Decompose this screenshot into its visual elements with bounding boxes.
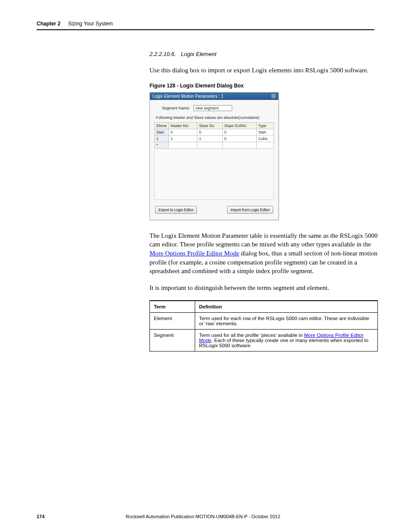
grid-row[interactable]: * bbox=[155, 142, 274, 148]
row-head: 1 bbox=[155, 135, 169, 142]
grid-row[interactable]: 1 1 1 0 Cubic bbox=[155, 135, 274, 142]
chapter-title: Sizing Your System bbox=[68, 21, 112, 27]
cell[interactable]: 0 bbox=[197, 129, 222, 135]
dialog-body: Segment Name: new segment Following Mast… bbox=[150, 100, 278, 220]
section-name: Logix Element bbox=[181, 51, 216, 57]
cell[interactable] bbox=[256, 142, 274, 148]
publication-info: Rockwell Automation Publication MOTION-U… bbox=[44, 514, 361, 519]
pin-icon[interactable] bbox=[271, 94, 276, 98]
p1-part-a: The Logix Element Motion Parameter table… bbox=[149, 232, 377, 248]
cell[interactable]: Start bbox=[256, 129, 274, 135]
segment-name-field[interactable]: new segment bbox=[193, 105, 232, 111]
segment-name-row: Segment Name: new segment bbox=[162, 105, 274, 111]
r2-b: . Each of these typically create one or … bbox=[199, 338, 368, 348]
page-header: Chapter 2 Sizing Your System bbox=[37, 21, 374, 27]
body-paragraph-2: It is important to distinguish between t… bbox=[149, 283, 378, 292]
cell[interactable]: 0 bbox=[222, 135, 256, 142]
page-footer: 174 Rockwell Automation Publication MOTI… bbox=[37, 514, 374, 519]
grid-empty-area bbox=[154, 150, 274, 200]
td-def: Term used for all the profile ‘pieces’ a… bbox=[195, 329, 378, 351]
export-button[interactable]: Export to Logix Editor bbox=[155, 206, 197, 214]
table-row: Segment Term used for all the profile ‘p… bbox=[150, 329, 378, 351]
row-head: Start bbox=[155, 129, 169, 135]
dialog-title-text: Logix Element Motion Parameters : 1 bbox=[153, 94, 224, 99]
td-term: Segment bbox=[150, 329, 195, 351]
col-eleme: Eleme bbox=[155, 122, 169, 129]
body-paragraph-1: The Logix Element Motion Parameter table… bbox=[149, 231, 378, 276]
segment-name-label: Segment Name: bbox=[162, 106, 190, 110]
td-term: Element bbox=[150, 312, 195, 329]
grid-header-row: Eleme Master MU Slave SU Slope SU/MU Typ… bbox=[155, 122, 274, 129]
dialog-note: Following Master and Slave values are ab… bbox=[156, 115, 274, 120]
page-number: 174 bbox=[37, 514, 44, 519]
cell[interactable]: Cubic bbox=[256, 135, 274, 142]
element-grid[interactable]: Eleme Master MU Slave SU Slope SU/MU Typ… bbox=[154, 122, 274, 149]
footer-spacer bbox=[361, 514, 374, 519]
cell[interactable]: 1 bbox=[169, 135, 197, 142]
cell[interactable] bbox=[197, 142, 222, 148]
cell[interactable]: 0 bbox=[222, 129, 256, 135]
col-slave: Slave SU bbox=[197, 122, 222, 129]
section-number: 2.2.2.10.6. bbox=[149, 51, 176, 57]
definition-table: Term Definition Element Term used for ea… bbox=[149, 300, 378, 352]
th-term: Term bbox=[150, 301, 195, 313]
row-head: * bbox=[155, 142, 169, 148]
main-content: 2.2.2.10.6. Logix Element Use this dialo… bbox=[149, 51, 378, 352]
figure-caption: Figure 128 - Logix Element Dialog Box bbox=[149, 83, 378, 89]
cell[interactable]: 0 bbox=[169, 129, 197, 135]
td-def: Term used for each row of the RSLogix 50… bbox=[195, 312, 378, 329]
chapter-label: Chapter 2 bbox=[37, 21, 60, 27]
cell[interactable]: 1 bbox=[197, 135, 222, 142]
section-heading: 2.2.2.10.6. Logix Element bbox=[149, 51, 378, 57]
header-rule bbox=[37, 29, 374, 30]
section-intro: Use this dialog box to import or export … bbox=[149, 66, 378, 75]
more-options-link[interactable]: More Options Profile Editor Mode bbox=[149, 250, 239, 257]
col-master: Master MU bbox=[169, 122, 197, 129]
cell[interactable] bbox=[169, 142, 197, 148]
dialog-titlebar: Logix Element Motion Parameters : 1 bbox=[150, 93, 278, 100]
logix-element-dialog: Logix Element Motion Parameters : 1 Segm… bbox=[149, 92, 279, 220]
table-row: Element Term used for each row of the RS… bbox=[150, 312, 378, 329]
cell[interactable] bbox=[222, 142, 256, 148]
import-button[interactable]: Import from Logix Editor bbox=[227, 206, 273, 214]
grid-row[interactable]: Start 0 0 0 Start bbox=[155, 129, 274, 135]
col-type: Type bbox=[256, 122, 274, 129]
table-header-row: Term Definition bbox=[150, 301, 378, 313]
col-slope: Slope SU/MU bbox=[222, 122, 256, 129]
th-definition: Definition bbox=[195, 301, 378, 313]
r2-a: Term used for all the profile ‘pieces’ a… bbox=[199, 333, 304, 338]
dialog-button-row: Export to Logix Editor Import from Logix… bbox=[154, 206, 274, 215]
